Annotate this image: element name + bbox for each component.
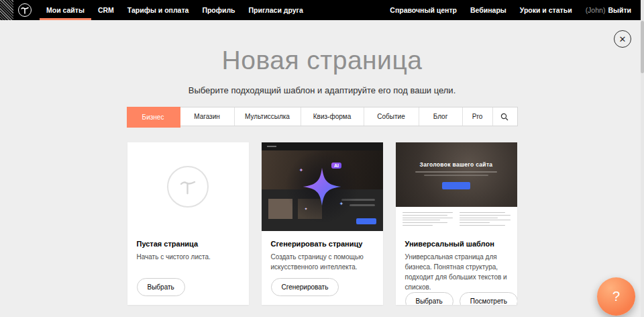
nav-label: Уроки и статьи: [520, 6, 572, 14]
preview-button: [442, 182, 470, 189]
logout-link[interactable]: (John) Выйти: [579, 0, 638, 20]
card-universal-template[interactable]: Заголовок вашего сайта Универсальный шаб…: [396, 142, 517, 305]
tab-label: Pro: [472, 113, 483, 120]
card-buttons: Выбрать Посмотреть: [405, 292, 508, 305]
tilda-logo-icon: [18, 3, 32, 17]
nav-label: Профиль: [202, 6, 235, 14]
ai-badge: AI: [331, 163, 341, 169]
choose-button[interactable]: Выбрать: [137, 278, 185, 296]
universal-template-preview: Заголовок вашего сайта: [396, 142, 517, 231]
tab-search[interactable]: [493, 107, 517, 126]
nav-help-center[interactable]: Справочный центр: [383, 0, 464, 20]
tab-label: Квиз-форма: [313, 113, 351, 120]
tab-pro[interactable]: Pro: [463, 107, 493, 126]
nav-tariffs[interactable]: Тарифы и оплата: [121, 0, 196, 20]
tab-label: Мультиссылка: [245, 113, 290, 120]
tab-event[interactable]: Событие: [364, 107, 419, 126]
tab-label: Событие: [377, 113, 405, 120]
nav-label: Справочный центр: [390, 6, 457, 14]
generate-button[interactable]: Сгенерировать: [271, 278, 339, 296]
choose-button[interactable]: Выбрать: [405, 292, 453, 305]
card-title: Сгенерировать страницу: [271, 240, 374, 248]
nav-label: Мои сайты: [46, 6, 85, 14]
user-name: (John): [586, 6, 606, 14]
close-button[interactable]: ✕: [614, 30, 631, 48]
close-icon: ✕: [619, 35, 627, 44]
card-title: Универсальный шаблон: [405, 240, 508, 248]
preview-text-column: [460, 212, 511, 226]
nav-label: Тарифы и оплата: [127, 6, 189, 14]
preview-text-section: [396, 207, 517, 231]
pattern-tile: [0, 0, 13, 20]
sparkle-icon: ✦: [305, 207, 308, 211]
ai-generate-preview: ✦ ✦ ✦ AI: [262, 142, 383, 231]
nav-invite-friend[interactable]: Пригласи друга: [242, 0, 310, 20]
card-description: Создать страницу с помощью искусственног…: [271, 252, 374, 272]
preview-button: [356, 218, 376, 224]
logout-label: Выйти: [608, 6, 631, 14]
card-blank-page[interactable]: Пустая страница Начать с чистого листа. …: [127, 142, 249, 305]
template-category-tabs: Бизнес Магазин Мультиссылка Квиз-форма С…: [127, 107, 518, 126]
page-subtitle: Выберите подходящий шаблон и адаптируйте…: [0, 85, 644, 95]
question-icon: ?: [612, 289, 620, 304]
nav-lessons[interactable]: Уроки и статьи: [513, 0, 579, 20]
tab-label: Магазин: [194, 113, 220, 120]
preview-heading: Заголовок вашего сайта: [420, 161, 493, 168]
preview-text-column: [402, 212, 453, 226]
secondary-nav: Справочный центр Вебинары Уроки и статьи…: [383, 0, 638, 20]
card-buttons: Выбрать: [137, 278, 239, 296]
template-cards-row: Пустая страница Начать с чистого листа. …: [127, 142, 517, 305]
card-description: Универсальная страница для бизнеса. Поня…: [405, 252, 508, 292]
card-buttons: Сгенерировать: [271, 278, 374, 296]
page-title: Новая страница: [0, 46, 644, 75]
preview-hero: Заголовок вашего сайта: [396, 142, 517, 207]
tilda-mark-icon: [167, 166, 209, 208]
tilda-logo[interactable]: [18, 0, 32, 20]
search-icon: [500, 113, 508, 121]
tab-quiz-form[interactable]: Квиз-форма: [301, 107, 364, 126]
nav-profile[interactable]: Профиль: [195, 0, 241, 20]
nav-label: Вебинары: [470, 6, 506, 14]
nav-label: CRM: [98, 6, 114, 14]
nav-webinars[interactable]: Вебинары: [464, 0, 513, 20]
help-button[interactable]: ?: [597, 277, 635, 316]
card-generate-ai[interactable]: ✦ ✦ ✦ AI Сгенерировать страницу Создать …: [262, 142, 383, 305]
card-description: Начать с чистого листа.: [137, 252, 239, 262]
nav-label: Пригласи друга: [249, 6, 303, 14]
nav-crm[interactable]: CRM: [91, 0, 121, 20]
tab-label: Блог: [433, 113, 448, 120]
tab-blog[interactable]: Блог: [419, 107, 463, 126]
tab-multilink[interactable]: Мультиссылка: [235, 107, 301, 126]
card-body: Универсальный шаблон Универсальная стран…: [396, 231, 517, 305]
preview-subline: [424, 175, 488, 176]
card-title: Пустая страница: [137, 240, 239, 248]
card-body: Сгенерировать страницу Создать страницу …: [262, 231, 383, 305]
ai-sparkle-icon: [301, 165, 343, 208]
blank-page-preview: [127, 142, 249, 231]
card-body: Пустая страница Начать с чистого листа. …: [127, 231, 249, 305]
nav-my-sites[interactable]: Мои сайты: [40, 0, 91, 20]
sparkle-icon: ✦: [339, 201, 344, 207]
scrollbar-track: [641, 0, 644, 317]
tab-shop[interactable]: Магазин: [180, 107, 235, 126]
view-button[interactable]: Посмотреть: [460, 292, 517, 305]
main-nav: Мои сайты CRM Тарифы и оплата Профиль Пр…: [40, 0, 310, 20]
topbar: Мои сайты CRM Тарифы и оплата Профиль Пр…: [0, 0, 641, 20]
tab-label: Бизнес: [142, 114, 164, 121]
tab-business[interactable]: Бизнес: [127, 107, 180, 128]
preview-subline: [415, 171, 497, 173]
sparkle-icon: ✦: [299, 168, 304, 173]
scrollbar-thumb[interactable]: [641, 21, 644, 73]
